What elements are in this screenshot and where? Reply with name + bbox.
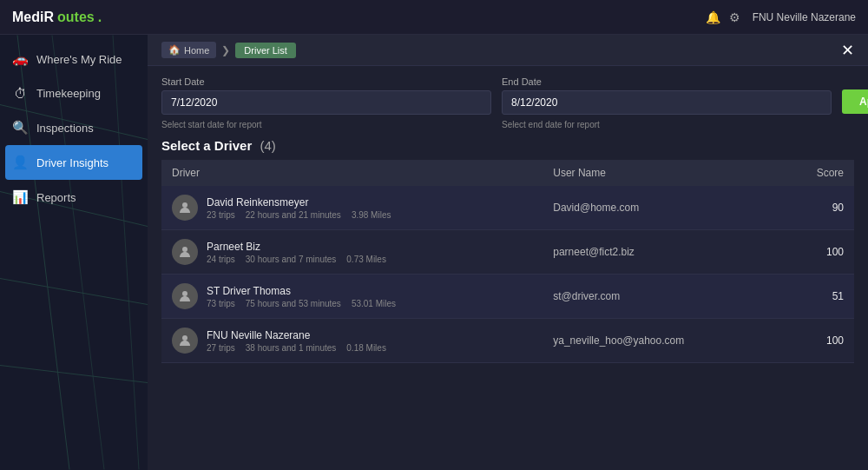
driver-cell-3: FNU Neville Nazerane 27 trips 38 hours a… xyxy=(161,319,542,363)
topbar-right: 🔔 ⚙ FNU Neville Nazerane xyxy=(706,10,856,24)
apply-button[interactable]: Apply xyxy=(842,89,868,114)
driver-name-0: David Reinkensmeyer xyxy=(207,196,391,209)
svg-line-3 xyxy=(0,279,148,305)
driver-miles-0: 3.98 Miles xyxy=(352,210,391,220)
driver-cell-0: David Reinkensmeyer 23 trips 22 hours an… xyxy=(161,186,542,230)
start-date-hint: Select start date for report xyxy=(161,120,491,129)
svg-point-9 xyxy=(182,291,187,296)
car-icon: 🚗 xyxy=(12,51,28,67)
content-area: 🏠 Home ❯ Driver List ✕ Start Date Select… xyxy=(148,35,868,470)
driver-cell-1: Parneet Biz 24 trips 30 hours and 7 minu… xyxy=(161,230,542,275)
end-date-hint: Select end date for report xyxy=(502,120,832,129)
driver-trips-3: 27 trips xyxy=(207,343,235,353)
driver-avatar-0 xyxy=(172,195,198,221)
table-row[interactable]: Parneet Biz 24 trips 30 hours and 7 minu… xyxy=(161,230,854,275)
svg-point-8 xyxy=(182,247,187,252)
topbar-icons: 🔔 ⚙ xyxy=(706,10,740,24)
sidebar: 🚗 Where's My Ride ⏱ Timekeeping 🔍 Inspec… xyxy=(0,35,148,470)
driver-score-0: 90 xyxy=(779,186,854,230)
app-logo: MediRoutes. xyxy=(12,10,102,25)
sidebar-item-wheres-my-ride[interactable]: 🚗 Where's My Ride xyxy=(0,42,148,76)
driver-username-1: parneet@fict2.biz xyxy=(542,230,779,275)
start-date-label: Start Date xyxy=(161,76,491,87)
table-row[interactable]: David Reinkensmeyer 23 trips 22 hours an… xyxy=(161,186,854,230)
col-score: Score xyxy=(779,160,854,186)
main-layout: 🚗 Where's My Ride ⏱ Timekeeping 🔍 Inspec… xyxy=(0,35,868,470)
end-date-input[interactable] xyxy=(502,90,832,115)
driver-avatar-1 xyxy=(172,239,198,265)
table-row[interactable]: FNU Neville Nazerane 27 trips 38 hours a… xyxy=(161,319,854,363)
start-date-input[interactable] xyxy=(161,90,491,115)
user-name-label: FNU Neville Nazerane xyxy=(753,11,856,23)
sidebar-item-inspections[interactable]: 🔍 Inspections xyxy=(0,110,148,145)
logo-routes: outes xyxy=(57,10,95,25)
driver-username-3: ya_neville_hoo@yahoo.com xyxy=(542,319,779,363)
driver-name-1: Parneet Biz xyxy=(207,241,386,253)
driver-table: Driver User Name Score David Reinkensmey… xyxy=(161,160,854,363)
driver-cell-2: ST Driver Thomas 73 trips 75 hours and 5… xyxy=(161,275,542,319)
chart-icon: 📊 xyxy=(12,189,28,205)
driver-avatar-2 xyxy=(172,283,198,309)
driver-info-2: ST Driver Thomas 73 trips 75 hours and 5… xyxy=(207,285,396,308)
breadcrumb: 🏠 Home ❯ Driver List xyxy=(161,42,296,58)
driver-score-3: 100 xyxy=(779,319,854,363)
svg-point-7 xyxy=(182,202,187,208)
sidebar-item-driver-insights[interactable]: 👤 Driver Insights xyxy=(5,145,142,180)
driver-info-0: David Reinkensmeyer 23 trips 22 hours an… xyxy=(207,196,391,220)
driver-hours-1: 30 hours and 7 minutes xyxy=(246,255,337,264)
driver-info-3: FNU Neville Nazerane 27 trips 38 hours a… xyxy=(207,329,386,353)
driver-username-0: David@home.com xyxy=(542,186,779,230)
driver-miles-2: 53.01 Miles xyxy=(352,299,396,308)
sidebar-label-wheres-my-ride: Where's My Ride xyxy=(36,53,122,66)
person-icon: 👤 xyxy=(12,155,28,170)
logo-dot: . xyxy=(98,10,102,25)
breadcrumb-home-label: Home xyxy=(184,45,209,56)
clock-icon: ⏱ xyxy=(12,86,28,101)
driver-score-1: 100 xyxy=(779,230,854,275)
svg-point-10 xyxy=(182,335,187,341)
sidebar-item-timekeeping[interactable]: ⏱ Timekeeping xyxy=(0,76,148,110)
settings-icon[interactable]: ⚙ xyxy=(729,10,740,24)
driver-hours-0: 22 hours and 21 minutes xyxy=(246,210,341,220)
col-username: User Name xyxy=(542,160,779,186)
section-title: Select a Driver (4) xyxy=(161,138,854,153)
breadcrumb-current: Driver List xyxy=(235,43,296,58)
end-date-group: End Date Select end date for report xyxy=(502,76,832,129)
driver-trips-0: 23 trips xyxy=(207,210,235,220)
section-title-text: Select a Driver xyxy=(161,138,252,153)
col-driver: Driver xyxy=(161,160,542,186)
driver-name-3: FNU Neville Nazerane xyxy=(207,329,386,341)
sidebar-label-reports: Reports xyxy=(36,191,76,204)
driver-stats-1: 24 trips 30 hours and 7 minutes 0.73 Mil… xyxy=(207,255,386,264)
magnify-icon: 🔍 xyxy=(12,120,28,136)
sidebar-label-driver-insights: Driver Insights xyxy=(36,156,108,169)
content-header: 🏠 Home ❯ Driver List ✕ xyxy=(148,35,868,66)
table-row[interactable]: ST Driver Thomas 73 trips 75 hours and 5… xyxy=(161,275,854,319)
driver-username-2: st@driver.com xyxy=(542,275,779,319)
section-count: (4) xyxy=(260,138,275,153)
sidebar-label-inspections: Inspections xyxy=(36,122,94,135)
breadcrumb-arrow: ❯ xyxy=(221,44,230,56)
end-date-label: End Date xyxy=(502,76,832,87)
driver-hours-3: 38 hours and 1 minutes xyxy=(246,343,337,353)
notification-icon[interactable]: 🔔 xyxy=(706,10,720,24)
topbar: MediRoutes. 🔔 ⚙ FNU Neville Nazerane xyxy=(0,0,868,35)
home-icon: 🏠 xyxy=(168,44,181,56)
driver-trips-2: 73 trips xyxy=(207,299,235,308)
driver-stats-0: 23 trips 22 hours and 21 minutes 3.98 Mi… xyxy=(207,210,391,220)
driver-table-body: David Reinkensmeyer 23 trips 22 hours an… xyxy=(161,186,854,363)
driver-score-2: 51 xyxy=(779,275,854,319)
table-header-row: Driver User Name Score xyxy=(161,160,854,186)
driver-section: Select a Driver (4) Driver User Name Sco… xyxy=(148,133,868,370)
sidebar-label-timekeeping: Timekeeping xyxy=(36,87,101,100)
svg-line-4 xyxy=(0,366,148,383)
driver-miles-3: 0.18 Miles xyxy=(346,343,386,353)
close-button[interactable]: ✕ xyxy=(841,43,854,58)
driver-name-2: ST Driver Thomas xyxy=(207,285,396,297)
logo-medi: MediR xyxy=(12,10,54,25)
breadcrumb-current-label: Driver List xyxy=(244,45,287,56)
driver-miles-1: 0.73 Miles xyxy=(346,255,386,264)
sidebar-item-reports[interactable]: 📊 Reports xyxy=(0,180,148,215)
filter-row: Start Date Select start date for report … xyxy=(148,66,868,133)
breadcrumb-home[interactable]: 🏠 Home xyxy=(161,42,216,58)
